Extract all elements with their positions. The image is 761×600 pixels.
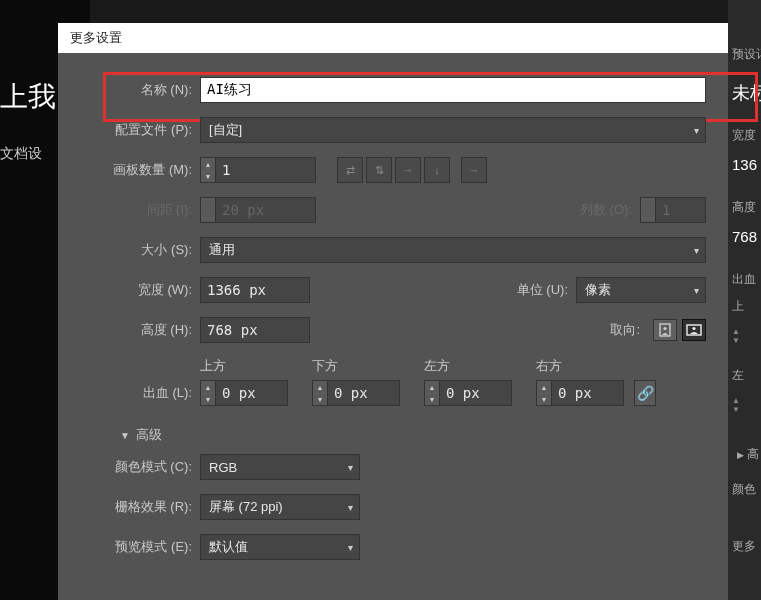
profile-label: 配置文件 (P): [80, 121, 200, 139]
spacing-label: 间距 (I): [80, 201, 200, 219]
chevron-down-icon: ▾ [348, 542, 353, 553]
triangle-down-icon: ▼ [120, 430, 130, 441]
link-icon: 🔗 [637, 385, 654, 401]
bg-height-val: 768 [728, 226, 761, 247]
svg-point-3 [692, 327, 695, 330]
bg-stepper-1[interactable]: ▲▼ [728, 325, 761, 347]
chevron-down-icon: ▾ [694, 125, 699, 136]
bleed-label: 出血 (L): [80, 384, 200, 406]
arrange-rtl-icon: → [461, 157, 487, 183]
name-label: 名称 (N): [80, 81, 200, 99]
bg-adv[interactable]: ▶ 高 [728, 444, 761, 465]
arrange-col-icon: ↓ [424, 157, 450, 183]
bleed-top-stepper[interactable]: ▲▼ 0 px [200, 380, 288, 406]
preview-label: 预览模式 (E): [80, 538, 200, 556]
bg-title: 上我 [0, 78, 56, 116]
bg-panel-right: 预设记 未标 宽度 136 高度 768 出血 上 ▲▼ 左 ▲▼ ▶ 高 颜色… [728, 0, 761, 600]
artboards-stepper[interactable]: ▲▼ 1 [200, 157, 316, 183]
width-label: 宽度 (W): [80, 281, 200, 299]
height-input[interactable]: 768 px [200, 317, 310, 343]
orientation-landscape-button[interactable] [682, 319, 706, 341]
more-settings-dialog: 名称 (N): 配置文件 (P): [自定]▾ 画板数量 (M): ▲▼ 1 ⇄… [58, 53, 728, 600]
bleed-right-label: 右方 [536, 357, 562, 375]
advanced-toggle[interactable]: ▼ 高级 [120, 426, 162, 444]
svg-point-1 [663, 327, 666, 330]
bg-subtitle: 文档设 [0, 145, 42, 163]
preview-select[interactable]: 默认值▾ [200, 534, 360, 560]
bleed-bottom-stepper[interactable]: ▲▼ 0 px [312, 380, 400, 406]
arrange-row-icon: → [395, 157, 421, 183]
raster-label: 栅格效果 (R): [80, 498, 200, 516]
bg-width-val: 136 [728, 154, 761, 175]
bg-more-label: 更多 [728, 536, 761, 557]
raster-select[interactable]: 屏幕 (72 ppi)▾ [200, 494, 360, 520]
chevron-down-icon: ▾ [694, 285, 699, 296]
bg-top-label: 上 [728, 296, 761, 317]
artboards-label: 画板数量 (M): [80, 161, 200, 179]
profile-select[interactable]: [自定]▾ [200, 117, 706, 143]
dialog-title: 更多设置 [70, 30, 122, 45]
bleed-right-stepper[interactable]: ▲▼ 0 px [536, 380, 624, 406]
bg-bleed-label: 出血 [728, 269, 761, 290]
bleed-link-button[interactable]: 🔗 [634, 380, 656, 406]
height-label: 高度 (H): [80, 321, 200, 339]
spacing-stepper: ▲▼ 20 px [200, 197, 316, 223]
bg-height-label: 高度 [728, 197, 761, 218]
bleed-left-stepper[interactable]: ▲▼ 0 px [424, 380, 512, 406]
bleed-bottom-label: 下方 [312, 357, 338, 375]
bg-stepper-2[interactable]: ▲▼ [728, 394, 761, 416]
dialog-titlebar[interactable]: 更多设置 [58, 23, 728, 53]
color-mode-select[interactable]: RGB▾ [200, 454, 360, 480]
bg-untitled: 未标 [728, 79, 761, 107]
arrange-grid-row-icon: ⇄ [337, 157, 363, 183]
bg-preset-label: 预设记 [728, 44, 761, 65]
name-input[interactable] [200, 77, 706, 103]
arrange-grid-col-icon: ⇅ [366, 157, 392, 183]
orientation-portrait-button[interactable] [653, 319, 677, 341]
width-input[interactable]: 1366 px [200, 277, 310, 303]
bleed-top-label: 上方 [200, 357, 226, 375]
columns-stepper: ▲▼ 1 [640, 197, 706, 223]
color-mode-label: 颜色模式 (C): [80, 458, 200, 476]
orientation-label: 取向: [588, 321, 648, 339]
size-label: 大小 (S): [80, 241, 200, 259]
chevron-down-icon: ▾ [348, 462, 353, 473]
bleed-left-label: 左方 [424, 357, 450, 375]
chevron-down-icon: ▾ [348, 502, 353, 513]
units-label: 单位 (U): [486, 281, 576, 299]
size-select[interactable]: 通用▾ [200, 237, 706, 263]
bg-left-label: 左 [728, 365, 761, 386]
columns-label: 列数 (O): [550, 201, 640, 219]
chevron-down-icon: ▾ [694, 245, 699, 256]
bg-color-label: 颜色 [728, 479, 761, 500]
bg-width-label: 宽度 [728, 125, 761, 146]
units-select[interactable]: 像素▾ [576, 277, 706, 303]
